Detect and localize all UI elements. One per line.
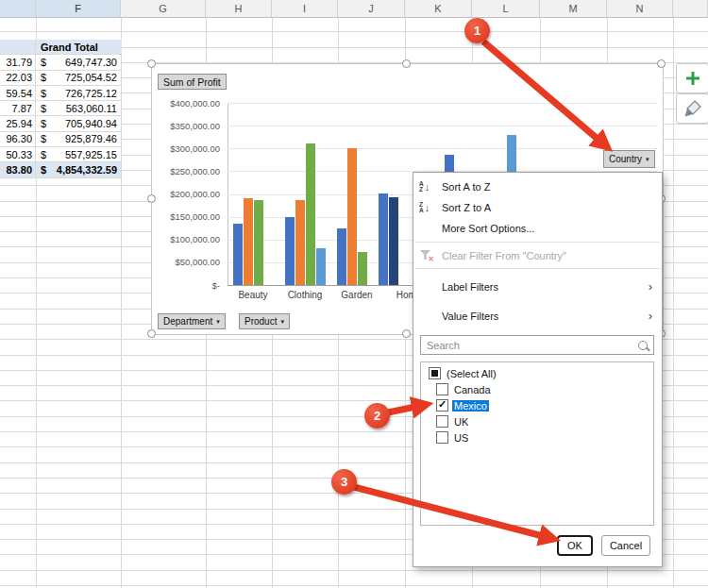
resize-handle[interactable] [402, 59, 411, 68]
chart-bar[interactable] [347, 148, 357, 285]
column-header-m[interactable]: M [540, 0, 607, 17]
chart-bar[interactable] [337, 228, 346, 285]
checkbox-unchecked[interactable] [436, 415, 448, 428]
table-header-row[interactable]: Grand Total [0, 40, 122, 55]
filter-item--select-all-[interactable]: (Select All) [421, 365, 653, 381]
column-header-e-partial[interactable] [0, 0, 36, 17]
resize-handle[interactable] [402, 329, 411, 338]
excel-window: F G H I J K L M N Grand Total 31.79 $649… [0, 0, 708, 588]
resize-handle[interactable] [147, 59, 156, 68]
ok-button[interactable]: OK [557, 535, 593, 556]
filter-checklist: (Select All)CanadaMexicoUKUS [420, 361, 654, 526]
cell[interactable]: $649,747.30 [36, 55, 122, 69]
column-header-j[interactable]: J [338, 0, 405, 17]
cell[interactable]: 22.03 [0, 71, 36, 85]
resize-handle[interactable] [657, 59, 666, 68]
column-header-k[interactable]: K [405, 0, 472, 17]
menu-item-more-sort-options[interactable]: More Sort Options... [413, 218, 662, 239]
filter-item-label: UK [452, 416, 470, 428]
cell[interactable]: $705,940.94 [36, 116, 122, 130]
search-icon [638, 341, 648, 350]
chart-bar[interactable] [389, 197, 398, 285]
grand-total-row[interactable]: 83.80 $4,854,332.59 [0, 162, 122, 177]
checkbox-checked[interactable] [436, 399, 448, 412]
column-header-i[interactable]: I [272, 0, 338, 17]
table-row[interactable]: 7.87 $563,060.11 [0, 101, 122, 116]
y-axis-tick-label: $- [152, 280, 220, 291]
table-row[interactable]: 25.94 $705,940.94 [0, 116, 122, 131]
column-header-f[interactable]: F [36, 0, 121, 17]
cell[interactable]: 7.87 [0, 101, 36, 115]
column-header-h[interactable]: H [206, 0, 272, 17]
menu-item-value-filters[interactable]: Value Filters › [413, 302, 662, 329]
cell[interactable]: 96.30 [0, 132, 36, 146]
chart-bar[interactable] [379, 193, 388, 285]
chart-bar[interactable] [295, 200, 305, 285]
cell[interactable]: $925,879.46 [36, 132, 122, 146]
cell-value: 925,879.46 [65, 133, 117, 144]
grand-total-header-cell[interactable]: Grand Total [36, 42, 122, 53]
table-row[interactable]: 96.30 $925,879.46 [0, 132, 122, 147]
chart-styles-button[interactable] [676, 93, 708, 124]
table-row[interactable]: 59.54 $726,725.12 [0, 86, 122, 101]
cell[interactable]: 59.54 [0, 86, 36, 100]
filter-item-mexico[interactable]: Mexico [421, 397, 653, 413]
field-label: Product [244, 316, 277, 327]
chart-bar[interactable] [306, 143, 315, 285]
submenu-arrow-icon: › [649, 279, 652, 294]
table-row[interactable]: 31.79 $649,747.30 [0, 55, 122, 70]
resize-handle[interactable] [147, 329, 156, 338]
cell[interactable]: $557,925.15 [36, 147, 122, 161]
cell[interactable]: 83.80 [0, 162, 36, 176]
resize-handle[interactable] [147, 194, 156, 203]
product-field-button[interactable]: Product ▾ [239, 313, 290, 329]
currency-symbol: $ [41, 118, 46, 129]
chart-elements-button[interactable] [676, 63, 708, 93]
chart-bar[interactable] [233, 224, 243, 285]
column-header-n[interactable]: N [607, 0, 673, 17]
checkbox-mixed[interactable] [429, 367, 441, 379]
chart-bar[interactable] [316, 248, 326, 285]
currency-symbol: $ [41, 72, 46, 83]
submenu-arrow-icon: › [649, 309, 652, 323]
cell[interactable]: 50.33 [0, 147, 36, 161]
chart-bar[interactable] [244, 198, 253, 285]
column-header-o-partial[interactable] [673, 0, 708, 17]
cell[interactable]: $563,060.11 [36, 101, 122, 115]
table-row[interactable]: 22.03 $725,054.52 [0, 71, 122, 86]
checkbox-unchecked[interactable] [436, 383, 448, 395]
menu-item-label-filters[interactable]: Label Filters › [413, 273, 662, 300]
chart-bar[interactable] [285, 217, 295, 285]
cell[interactable] [0, 40, 36, 54]
menu-item-clear-filter: ✕ Clear Filter From "Country" [413, 245, 662, 266]
annotation-step-2: 2 [364, 403, 390, 428]
column-header-row: F G H I J K L M N [0, 0, 708, 18]
column-gridline [673, 17, 674, 588]
cell[interactable]: 31.79 [0, 55, 36, 69]
filter-item-canada[interactable]: Canada [421, 381, 653, 397]
value-field-button[interactable]: Sum of Profit [158, 74, 227, 90]
checkbox-unchecked[interactable] [436, 431, 448, 444]
department-field-button[interactable]: Department ▾ [158, 313, 226, 329]
column-header-l[interactable]: L [472, 0, 540, 17]
cell[interactable]: 25.94 [0, 116, 36, 130]
filter-item-uk[interactable]: UK [421, 413, 653, 429]
table-row[interactable]: 50.33 $557,925.15 [0, 147, 122, 162]
chart-bar[interactable] [254, 200, 263, 285]
currency-symbol: $ [41, 103, 46, 114]
menu-item-sort-a-to-z[interactable]: AZ ↓ Sort A to Z [413, 176, 662, 197]
menu-item-label: More Sort Options... [442, 223, 534, 234]
menu-item-sort-z-to-a[interactable]: ZA ↓ Sort Z to A [413, 197, 662, 218]
chart-bar[interactable] [358, 252, 367, 285]
cell[interactable]: $4,854,332.59 [36, 162, 122, 176]
search-input[interactable] [427, 340, 638, 351]
column-header-g[interactable]: G [121, 0, 206, 17]
cell-value: 563,060.11 [66, 103, 117, 114]
y-axis-tick-label: $100,000.00 [152, 234, 220, 244]
cell[interactable]: $725,054.52 [36, 71, 122, 85]
filter-item-us[interactable]: US [421, 429, 653, 445]
cell[interactable]: $726,725.12 [36, 86, 122, 100]
country-filter-button[interactable]: Country ▾ [603, 150, 655, 168]
currency-symbol: $ [41, 149, 46, 160]
cancel-button[interactable]: Cancel [601, 535, 650, 556]
